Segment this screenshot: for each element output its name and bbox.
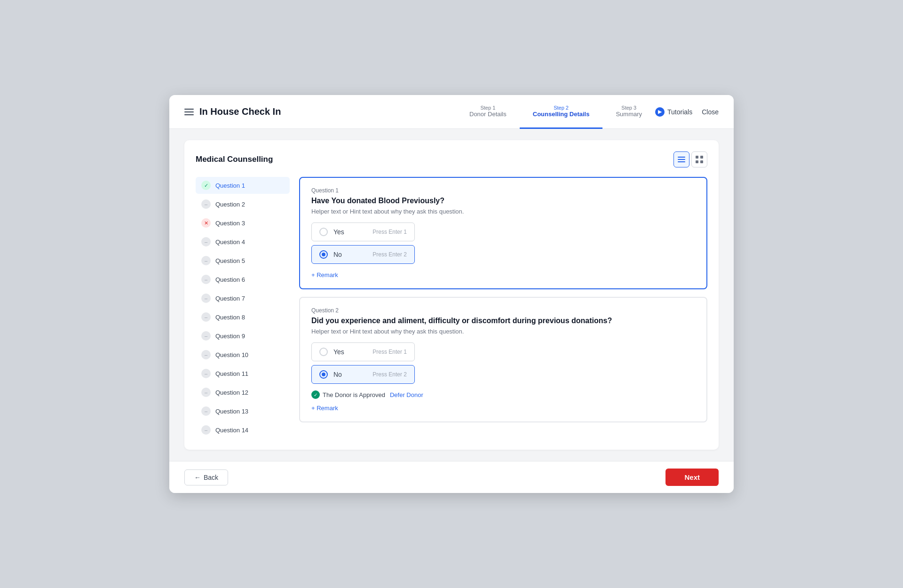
q-label: Question 12 xyxy=(215,389,248,396)
sidebar-item-q13[interactable]: – Question 13 xyxy=(196,403,290,420)
q-status-icon: – xyxy=(201,369,211,378)
grid-view-button[interactable] xyxy=(691,151,707,167)
sidebar-item-q10[interactable]: – Question 10 xyxy=(196,346,290,363)
main-window: In House Check In Step 1 Donor Details S… xyxy=(169,95,734,493)
q-label: Question 4 xyxy=(215,238,245,246)
radio-circle xyxy=(319,370,328,379)
radio-circle xyxy=(319,348,328,356)
option-hint: Press Enter 1 xyxy=(372,229,407,235)
q-status-icon: – xyxy=(201,237,211,246)
q-label: Question 11 xyxy=(215,370,248,377)
question-card-q1: Question 1 Have You donated Blood Previo… xyxy=(299,177,707,289)
q-label: Question 2 xyxy=(215,201,245,208)
svg-rect-1 xyxy=(678,159,685,160)
svg-rect-6 xyxy=(700,160,703,163)
q-status-icon: – xyxy=(201,256,211,265)
sidebar-item-q12[interactable]: – Question 12 xyxy=(196,384,290,401)
tutorials-button[interactable]: ▶ Tutorials xyxy=(655,107,692,117)
step-3[interactable]: Step 3 Summary xyxy=(602,95,655,129)
question-helper: Helper text or Hint text about why they … xyxy=(311,208,695,215)
steps-nav: Step 1 Donor Details Step 2 Counselling … xyxy=(456,95,655,129)
q-label: Question 13 xyxy=(215,408,248,415)
option-label: Yes xyxy=(333,228,367,236)
remark-button[interactable]: + Remark xyxy=(311,271,338,278)
sidebar-item-q5[interactable]: – Question 5 xyxy=(196,252,290,269)
q-label: Question 9 xyxy=(215,333,245,340)
q-status-icon: ✓ xyxy=(201,181,211,190)
option-q2-no[interactable]: No Press Enter 2 xyxy=(311,365,415,384)
questions-sidebar: ✓ Question 1 – Question 2 ✕ Question 3 –… xyxy=(196,177,290,438)
content-area: ✓ Question 1 – Question 2 ✕ Question 3 –… xyxy=(196,177,707,438)
next-button[interactable]: Next xyxy=(665,469,719,486)
status-row: ✓ The Donor is Approved Defer Donor xyxy=(311,390,695,399)
list-view-button[interactable] xyxy=(673,151,689,167)
sidebar-item-q8[interactable]: – Question 8 xyxy=(196,309,290,326)
sidebar-item-q3[interactable]: ✕ Question 3 xyxy=(196,215,290,231)
sidebar-item-q14[interactable]: – Question 14 xyxy=(196,421,290,438)
option-q1-no[interactable]: No Press Enter 2 xyxy=(311,245,415,264)
approved-status: ✓ The Donor is Approved xyxy=(311,390,385,399)
sidebar-item-q2[interactable]: – Question 2 xyxy=(196,196,290,213)
question-number: Question 1 xyxy=(311,187,695,194)
questions-main: Question 1 Have You donated Blood Previo… xyxy=(299,177,707,438)
main-content: Medical Counselling xyxy=(169,129,734,461)
q-label: Question 10 xyxy=(215,351,248,358)
sidebar-item-q7[interactable]: – Question 7 xyxy=(196,290,290,307)
option-label: Yes xyxy=(333,348,367,356)
option-label: No xyxy=(333,371,367,378)
q-status-icon: – xyxy=(201,425,211,435)
radio-circle xyxy=(319,250,328,259)
question-title: Have You donated Blood Previously? xyxy=(311,197,695,205)
back-arrow-icon: ← xyxy=(194,474,201,481)
options-group: Yes Press Enter 1 No Press Enter 2 xyxy=(311,222,695,264)
q-status-icon: – xyxy=(201,350,211,359)
option-hint: Press Enter 2 xyxy=(372,251,407,258)
back-button[interactable]: ← Back xyxy=(184,469,228,485)
svg-rect-2 xyxy=(678,161,685,162)
option-q1-yes[interactable]: Yes Press Enter 1 xyxy=(311,222,415,241)
panel-header: Medical Counselling xyxy=(196,151,707,167)
play-icon: ▶ xyxy=(655,107,665,117)
footer: ← Back Next xyxy=(169,461,734,493)
app-title: In House Check In xyxy=(199,106,281,117)
q-status-icon: – xyxy=(201,406,211,416)
header: In House Check In Step 1 Donor Details S… xyxy=(169,95,734,129)
option-hint: Press Enter 2 xyxy=(372,371,407,378)
q-status-icon: – xyxy=(201,294,211,303)
hamburger-icon[interactable] xyxy=(184,109,194,115)
q-label: Question 8 xyxy=(215,314,245,321)
sidebar-item-q9[interactable]: – Question 9 xyxy=(196,327,290,344)
step-2[interactable]: Step 2 Counselling Details xyxy=(520,95,603,129)
question-number: Question 2 xyxy=(311,307,695,314)
sidebar-item-q1[interactable]: ✓ Question 1 xyxy=(196,177,290,194)
question-card-q2: Question 2 Did you experience and alimen… xyxy=(299,297,707,422)
header-right: ▶ Tutorials Close xyxy=(655,107,719,117)
q-status-icon: – xyxy=(201,275,211,284)
remark-button[interactable]: + Remark xyxy=(311,405,338,412)
q-status-icon: – xyxy=(201,312,211,322)
question-title: Did you experience and aliment, difficul… xyxy=(311,317,695,325)
svg-rect-0 xyxy=(678,157,685,158)
defer-donor-link[interactable]: Defer Donor xyxy=(390,391,423,398)
sidebar-item-q11[interactable]: – Question 11 xyxy=(196,365,290,382)
q-label: Question 6 xyxy=(215,276,245,283)
sidebar-item-q6[interactable]: – Question 6 xyxy=(196,271,290,288)
option-hint: Press Enter 1 xyxy=(372,349,407,355)
close-button[interactable]: Close xyxy=(702,108,719,116)
svg-rect-5 xyxy=(696,160,698,163)
q-label: Question 1 xyxy=(215,182,245,189)
q-status-icon: ✕ xyxy=(201,218,211,228)
option-q2-yes[interactable]: Yes Press Enter 1 xyxy=(311,342,415,361)
step-1[interactable]: Step 1 Donor Details xyxy=(456,95,520,129)
q-status-icon: – xyxy=(201,331,211,341)
medical-counselling-panel: Medical Counselling xyxy=(184,140,719,450)
status-text: The Donor is Approved xyxy=(323,391,385,398)
option-label: No xyxy=(333,251,367,258)
q-status-icon: – xyxy=(201,199,211,209)
q-label: Question 14 xyxy=(215,427,248,434)
q-label: Question 5 xyxy=(215,257,245,264)
sidebar-item-q4[interactable]: – Question 4 xyxy=(196,233,290,250)
panel-title: Medical Counselling xyxy=(196,155,273,164)
q-label: Question 7 xyxy=(215,295,245,302)
svg-rect-4 xyxy=(700,156,703,159)
